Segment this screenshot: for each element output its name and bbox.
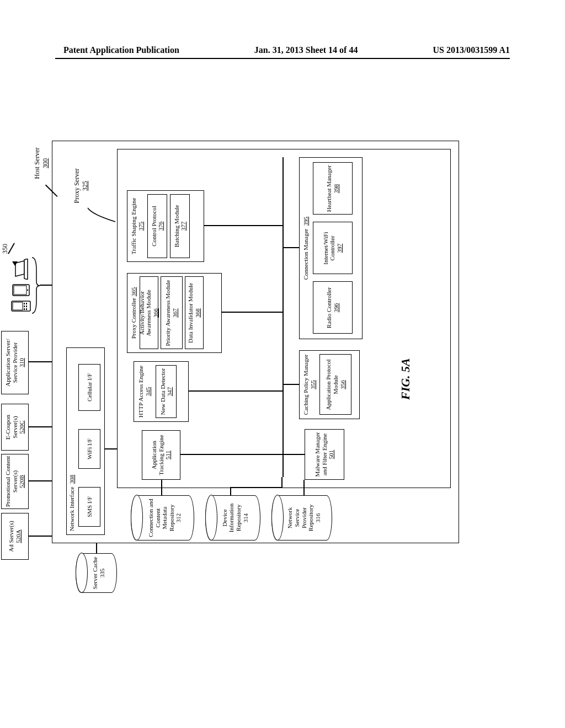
app-tracking-title: Application Tracking Engine [151,432,164,478]
wifi-if-box: WiFi I/F [78,429,100,469]
svg-rect-5 [26,308,27,310]
app-protocol-ref: 356 [339,380,347,389]
activity-title: Activity/Behavior Awareness Module [138,279,152,348]
http-access-ref: 345 [145,387,152,397]
svg-rect-3 [24,306,25,307]
phone-icon [11,301,31,312]
net-svc-ref: 316 [315,513,321,523]
dev-info-cyl: Device Information Repository 314 [205,495,260,540]
net-svc-title: Network Service Provider Repository [286,505,314,531]
app-server-ref: 310 [18,358,25,367]
data-inval-ref: 368 [194,308,201,318]
new-data-ref: 347 [166,387,173,397]
traffic-shaping-box: Traffic Shaping Engine 375 Control Proto… [127,190,204,262]
server-cache-cyl: Server Cache 335 [76,553,117,593]
svg-rect-7 [26,303,27,304]
app-server-title: Application Server/ Service Provider [4,333,18,393]
proxy-ctrl-ref: 365 [130,287,137,297]
control-proto-ref: 376 [157,222,164,231]
radio-box: Radio Controller 396 [313,282,353,334]
figure-5a: Ad Server(s) 520A Promotional Content Se… [1,141,459,560]
svg-rect-1 [13,302,23,310]
connector [282,248,299,249]
figure-label: FIG. 5A [398,358,413,400]
promo-ref: 520B [18,475,25,488]
batching-ref: 377 [180,222,187,231]
ad-servers-ref: 520A [15,529,22,543]
conn-mgr-box: Connection Manager 395 Radio Controller … [299,157,363,339]
malware-box: Malware Manager and Filter Engine 501 [305,429,344,480]
header-center: Jan. 31, 2013 Sheet 14 of 44 [254,45,358,55]
conn-mgr-title: Connection Manager [302,229,309,280]
connector [230,488,231,495]
connector [282,454,305,456]
app-protocol-box: Application Protocol Module 356 [319,355,351,415]
svg-rect-2 [24,308,25,310]
proxy-controller-box: Proxy Controller 365 Activity/Behavior A… [127,273,222,353]
internet-wifi-ref: 397 [336,244,343,253]
connector [96,543,97,553]
heartbeat-ref: 398 [333,184,340,194]
batching-title: Batching Module [173,205,180,248]
header-right: US 2013/0031599 A1 [433,45,510,55]
http-access-box: HTTP Access Engine 345 New Data Detector… [134,361,189,422]
conn-meta-cyl: Connection and Content Metadata Reposito… [131,495,194,540]
header-left: Patent Application Publication [63,45,179,55]
connector [180,454,282,456]
promo-title: Promotional Content Server(s) [4,456,18,507]
connector [230,488,282,489]
bus-line [282,157,284,477]
ecoupon-servers-box: E-Coupon Server(s) 520C [1,404,29,451]
connector [204,226,282,227]
control-proto-title: Control Protocol [151,206,158,247]
malware-ref: 501 [328,450,335,459]
sms-if-label: SMS I/F [86,496,93,517]
net-svc-cyl: Network Service Provider Repository 316 [271,495,332,540]
connector [40,285,52,286]
leader-line [87,207,117,224]
connector [303,480,305,495]
batching-box: Batching Module 377 [170,194,190,258]
control-proto-box: Control Protocol 376 [147,194,167,258]
network-interface-ref: 308 [68,475,75,484]
heartbeat-title: Heartbeat Manager [326,165,333,212]
priority-title: Priority Awareness Module [164,280,172,346]
wifi-if-label: WiFi I/F [86,438,93,459]
cellular-if-box: Cellular I/F [78,364,100,411]
ad-servers-box: Ad Server(s) 520A [1,513,29,560]
connector [29,427,52,428]
app-server-box: Application Server/ Service Provider 310 [1,331,29,394]
network-interface-title: Network Interface [68,487,75,531]
new-data-title: New Data Detector [159,368,167,415]
conn-meta-title: Connection and Content Metadata Reposito… [147,499,175,537]
header-rule [55,58,510,59]
radio-ref: 396 [333,303,340,313]
connector [282,384,299,386]
proxy-server-label: Proxy Server 325 [73,164,89,208]
connector [161,480,162,495]
activity-box: Activity/Behavior Awareness Module 366 [140,277,158,350]
promo-servers-box: Promotional Content Server(s) 520B [1,454,29,509]
new-data-box: New Data Detector 347 [156,365,177,418]
priority-ref: 367 [172,308,179,318]
caching-policy-ref: 355 [310,380,317,389]
heartbeat-box: Heartbeat Manager 398 [313,163,353,215]
svg-rect-4 [24,303,25,304]
cellular-if-label: Cellular I/F [86,373,93,402]
sms-if-box: SMS I/F [78,487,100,527]
connector [105,449,117,450]
connector [29,481,52,482]
conn-meta-ref: 312 [175,513,182,523]
internet-wifi-box: Internet/WiFi Controller 397 [313,222,353,275]
http-access-title: HTTP Access Engine [137,366,145,417]
app-protocol-title: Application Protocol Module [325,356,339,414]
internet-wifi-title: Internet/WiFi Controller [322,224,336,273]
malware-title: Malware Manager and Filter Engine [314,431,328,478]
traffic-shaping-ref: 375 [137,222,145,231]
ad-servers-title: Ad Server(s) [8,521,15,552]
svg-rect-6 [26,306,27,307]
host-server-label: Host Server 300 [33,142,50,185]
svg-rect-9 [14,286,26,295]
priority-box: Priority Awareness Module 367 [161,277,183,350]
server-cache-ref: 335 [99,569,105,578]
